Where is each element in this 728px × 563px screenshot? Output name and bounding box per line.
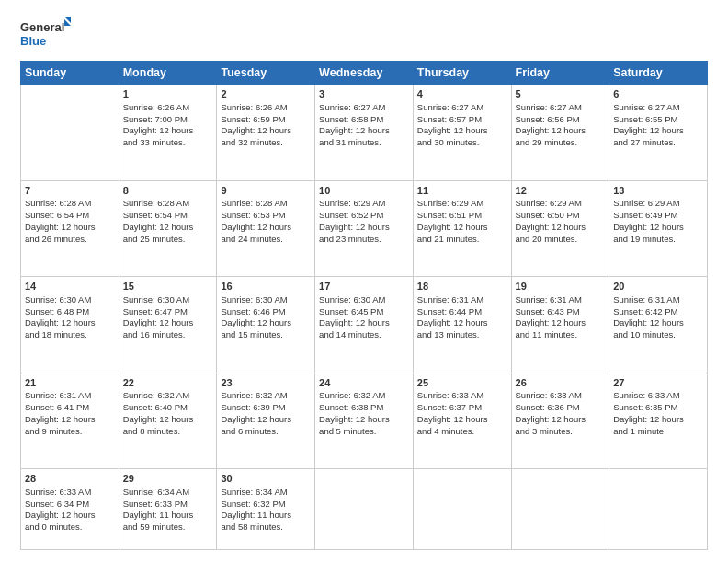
day-info-line: Daylight: 12 hours — [319, 125, 390, 135]
day-info-line: Daylight: 12 hours — [319, 317, 390, 327]
day-info-line: Daylight: 11 hours — [221, 510, 291, 520]
day-info-line: Sunset: 6:57 PM — [417, 114, 482, 124]
calendar-cell: 25Sunrise: 6:33 AMSunset: 6:37 PMDayligh… — [413, 373, 511, 469]
calendar-cell: 28Sunrise: 6:33 AMSunset: 6:34 PMDayligh… — [21, 469, 119, 550]
calendar-cell — [413, 469, 511, 550]
day-info-line: and 15 minutes. — [221, 329, 283, 339]
day-info-line: and 11 minutes. — [516, 329, 578, 339]
day-info-line: and 25 minutes. — [123, 234, 186, 244]
day-info-line: Sunrise: 6:28 AM — [221, 198, 287, 208]
day-info-line: Sunrise: 6:32 AM — [221, 390, 287, 400]
calendar-cell: 6Sunrise: 6:27 AMSunset: 6:55 PMDaylight… — [609, 85, 708, 181]
calendar-cell: 4Sunrise: 6:27 AMSunset: 6:57 PMDaylight… — [413, 85, 511, 181]
day-info-line: Sunrise: 6:34 AM — [221, 487, 287, 497]
day-info-line: Sunset: 6:53 PM — [221, 210, 285, 220]
calendar-cell: 11Sunrise: 6:29 AMSunset: 6:51 PMDayligh… — [413, 180, 511, 277]
day-info-line: Sunset: 6:47 PM — [123, 306, 188, 316]
day-info-line: Sunrise: 6:31 AM — [417, 294, 483, 304]
day-info-line: Daylight: 12 hours — [221, 125, 291, 135]
calendar-week-row: 28Sunrise: 6:33 AMSunset: 6:34 PMDayligh… — [21, 469, 708, 550]
day-info-line: and 33 minutes. — [123, 137, 186, 147]
day-info-line: and 10 minutes. — [613, 329, 676, 339]
calendar-cell: 30Sunrise: 6:34 AMSunset: 6:32 PMDayligh… — [217, 469, 315, 550]
day-number: 2 — [221, 87, 311, 101]
day-info-line: and 16 minutes. — [123, 329, 186, 339]
day-info-line: and 23 minutes. — [319, 234, 381, 244]
day-number: 26 — [516, 376, 606, 390]
calendar-week-row: 1Sunrise: 6:26 AMSunset: 7:00 PMDaylight… — [21, 85, 708, 181]
day-info-line: Sunrise: 6:27 AM — [516, 102, 582, 112]
day-info-line: Daylight: 12 hours — [221, 317, 291, 327]
day-info-line: Sunrise: 6:31 AM — [613, 294, 679, 304]
day-info-line: Sunset: 6:54 PM — [25, 210, 89, 220]
day-info-line: Sunset: 6:54 PM — [123, 210, 188, 220]
weekday-header-cell: Thursday — [413, 62, 511, 85]
day-info-line: Sunset: 6:42 PM — [613, 306, 677, 316]
calendar-cell: 2Sunrise: 6:26 AMSunset: 6:59 PMDaylight… — [217, 85, 315, 181]
day-info-line: Sunrise: 6:27 AM — [319, 102, 385, 112]
day-info-line: Sunset: 6:44 PM — [417, 306, 482, 316]
day-number: 12 — [516, 184, 606, 198]
logo: General Blue — [20, 17, 71, 52]
day-number: 13 — [613, 184, 703, 198]
day-info-line: Sunrise: 6:29 AM — [516, 198, 582, 208]
day-info-line: Daylight: 12 hours — [417, 222, 488, 232]
day-info-line: Daylight: 12 hours — [319, 414, 390, 424]
day-number: 7 — [25, 184, 115, 198]
day-info-line: Daylight: 12 hours — [221, 222, 291, 232]
calendar-cell: 14Sunrise: 6:30 AMSunset: 6:48 PMDayligh… — [21, 277, 119, 373]
day-info-line: Sunrise: 6:32 AM — [319, 390, 385, 400]
day-info-line: Sunset: 6:55 PM — [613, 114, 677, 124]
day-info-line: Daylight: 12 hours — [516, 414, 586, 424]
day-info-line: Sunset: 6:36 PM — [516, 402, 580, 412]
day-info-line: and 6 minutes. — [221, 426, 278, 436]
weekday-header-cell: Monday — [119, 62, 217, 85]
calendar-cell: 15Sunrise: 6:30 AMSunset: 6:47 PMDayligh… — [119, 277, 217, 373]
day-number: 27 — [613, 376, 703, 390]
day-info-line: Sunrise: 6:26 AM — [123, 102, 189, 112]
day-info-line: and 27 minutes. — [613, 137, 676, 147]
day-info-line: Daylight: 12 hours — [319, 222, 390, 232]
day-number: 18 — [417, 280, 507, 293]
calendar-cell: 13Sunrise: 6:29 AMSunset: 6:49 PMDayligh… — [609, 180, 708, 277]
day-info-line: Sunrise: 6:31 AM — [516, 294, 582, 304]
day-info-line: Sunrise: 6:29 AM — [613, 198, 679, 208]
day-info-line: Daylight: 12 hours — [613, 125, 684, 135]
day-info-line: and 13 minutes. — [417, 329, 480, 339]
day-number: 1 — [123, 87, 213, 101]
calendar-cell: 22Sunrise: 6:32 AMSunset: 6:40 PMDayligh… — [119, 373, 217, 469]
day-info-line: and 31 minutes. — [319, 137, 381, 147]
day-info-line: Sunrise: 6:32 AM — [123, 390, 189, 400]
calendar-cell: 17Sunrise: 6:30 AMSunset: 6:45 PMDayligh… — [315, 277, 414, 373]
day-info-line: and 58 minutes. — [221, 522, 283, 532]
day-info-line: Sunrise: 6:34 AM — [123, 487, 189, 497]
svg-text:Blue: Blue — [20, 34, 46, 48]
day-number: 20 — [613, 280, 703, 293]
day-info-line: and 24 minutes. — [221, 234, 283, 244]
day-info-line: and 26 minutes. — [25, 234, 87, 244]
calendar-cell: 7Sunrise: 6:28 AMSunset: 6:54 PMDaylight… — [21, 180, 119, 277]
calendar-cell: 16Sunrise: 6:30 AMSunset: 6:46 PMDayligh… — [217, 277, 315, 373]
calendar-cell: 10Sunrise: 6:29 AMSunset: 6:52 PMDayligh… — [315, 180, 414, 277]
day-number: 17 — [319, 280, 409, 293]
day-number: 3 — [319, 87, 409, 101]
day-info-line: and 4 minutes. — [417, 426, 474, 436]
day-info-line: Sunset: 6:45 PM — [319, 306, 383, 316]
day-info-line: Daylight: 12 hours — [221, 414, 291, 424]
calendar-cell: 1Sunrise: 6:26 AMSunset: 7:00 PMDaylight… — [119, 85, 217, 181]
day-info-line: Sunrise: 6:27 AM — [613, 102, 679, 112]
day-info-line: Daylight: 12 hours — [516, 222, 586, 232]
day-info-line: Daylight: 12 hours — [417, 317, 488, 327]
calendar-week-row: 14Sunrise: 6:30 AMSunset: 6:48 PMDayligh… — [21, 277, 708, 373]
weekday-header-cell: Tuesday — [217, 62, 315, 85]
day-info-line: Sunset: 6:50 PM — [516, 210, 580, 220]
day-info-line: Sunrise: 6:33 AM — [613, 390, 679, 400]
day-info-line: Sunrise: 6:33 AM — [25, 487, 91, 497]
day-info-line: Sunrise: 6:30 AM — [221, 294, 287, 304]
day-info-line: Daylight: 12 hours — [123, 317, 194, 327]
day-info-line: and 32 minutes. — [221, 137, 283, 147]
day-info-line: Sunrise: 6:30 AM — [319, 294, 385, 304]
day-info-line: Sunset: 6:34 PM — [25, 499, 89, 509]
day-info-line: Sunset: 6:58 PM — [319, 114, 383, 124]
weekday-header-row: SundayMondayTuesdayWednesdayThursdayFrid… — [21, 62, 708, 85]
